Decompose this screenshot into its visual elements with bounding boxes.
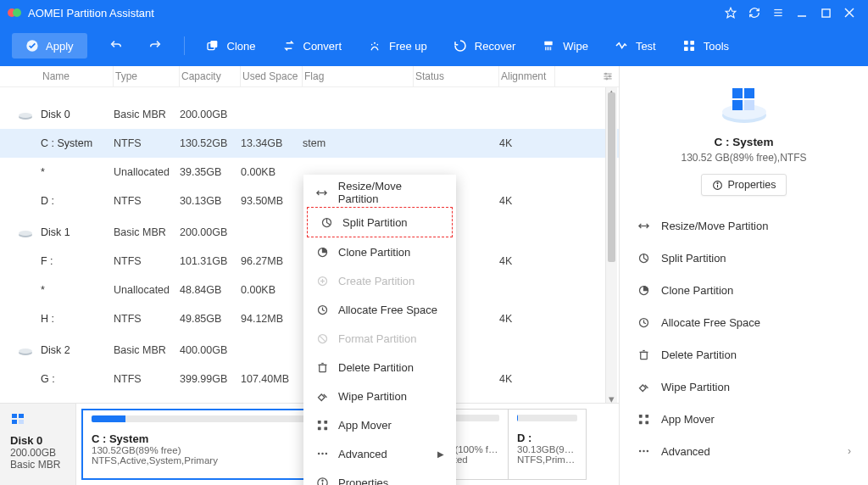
action-advanced[interactable]: Advanced› — [628, 435, 860, 467]
ctx-delete-partition[interactable]: Delete Partition — [303, 353, 456, 382]
toolbar-recover[interactable]: Recover — [451, 35, 517, 57]
col-capacity[interactable]: Capacity — [180, 66, 241, 86]
svg-rect-21 — [684, 41, 688, 45]
disk-icon — [10, 412, 69, 429]
app-logo-icon — [7, 5, 22, 20]
ctx-wipe-partition[interactable]: Wipe Partition — [303, 382, 456, 410]
disk-name: Disk 0 — [10, 434, 69, 447]
selected-partition-subtitle: 130.52 GB(89% free),NTFS — [630, 152, 858, 164]
ctx-advanced[interactable]: Advanced▶ — [303, 439, 456, 468]
action-resize-move-partition[interactable]: Resize/Move Partition — [628, 209, 860, 242]
svg-rect-66 — [744, 88, 754, 98]
free-up-icon — [367, 38, 382, 53]
svg-point-36 — [19, 348, 32, 354]
action-allocate-free-space[interactable]: Allocate Free Space — [628, 306, 860, 338]
action-wipe-partition[interactable]: Wipe Partition — [628, 371, 860, 403]
svg-point-32 — [19, 113, 32, 118]
ctx-properties[interactable]: Properties — [303, 468, 456, 485]
disk-icon — [17, 109, 41, 120]
svg-rect-65 — [732, 88, 743, 98]
disk-row[interactable]: Disk 0Basic MBR200.00GB — [0, 100, 619, 129]
ctx-split-partition[interactable]: Split Partition — [308, 208, 452, 237]
svg-rect-81 — [638, 421, 642, 424]
col-status[interactable]: Status — [414, 66, 499, 86]
toolbar-clone[interactable]: Clone — [203, 35, 258, 57]
svg-rect-45 — [319, 365, 326, 371]
properties-button[interactable]: Properties — [701, 174, 787, 196]
svg-rect-61 — [12, 420, 17, 424]
svg-point-30 — [606, 78, 608, 80]
maximize-icon[interactable] — [814, 1, 837, 25]
toolbar-convert[interactable]: Convert — [280, 35, 344, 57]
selected-partition-title: C : System — [630, 136, 858, 148]
svg-rect-50 — [324, 420, 327, 423]
disk-type: Basic MBR — [10, 459, 69, 471]
col-type[interactable]: Type — [114, 66, 180, 86]
action-split-partition[interactable]: Split Partition — [628, 242, 860, 274]
toolbar-free-up[interactable]: Free up — [365, 35, 429, 57]
undo-icon[interactable] — [106, 36, 126, 56]
col-flag[interactable]: Flag — [303, 66, 414, 86]
split-icon — [320, 215, 333, 229]
svg-point-54 — [321, 453, 324, 455]
svg-rect-52 — [324, 426, 327, 430]
toolbar-tools[interactable]: Tools — [680, 35, 731, 57]
svg-rect-60 — [19, 414, 24, 418]
resize-icon — [315, 186, 329, 199]
create-icon — [315, 274, 329, 287]
refresh-icon[interactable] — [743, 1, 766, 25]
action-clone-partition[interactable]: Clone Partition — [628, 274, 860, 306]
svg-point-58 — [321, 480, 322, 481]
ctx-app-mover[interactable]: App Mover — [303, 410, 456, 439]
col-alignment[interactable]: Alignment — [499, 66, 555, 86]
clone-icon — [637, 284, 650, 297]
svg-point-34 — [19, 231, 32, 236]
ctx-clone-partition[interactable]: Clone Partition — [303, 237, 456, 266]
format-icon — [315, 332, 329, 345]
scrollbar-thumb[interactable] — [608, 92, 615, 262]
disk-icon — [17, 344, 41, 356]
ctx-allocate-free-space[interactable]: Allocate Free Space — [303, 295, 456, 324]
apply-label: Apply — [46, 40, 74, 53]
partition-row[interactable]: C : SystemNTFS130.52GB13.34GBstem4K — [0, 129, 619, 158]
clone-icon — [315, 245, 329, 259]
action-delete-partition[interactable]: Delete Partition — [628, 338, 860, 371]
col-name[interactable]: Name — [41, 66, 114, 86]
delete-icon — [637, 348, 650, 361]
advanced-icon — [637, 447, 650, 455]
menu-icon[interactable] — [766, 1, 790, 25]
wipe-icon — [541, 38, 556, 53]
disk-size: 200.00GB — [10, 447, 69, 459]
allocate-icon — [637, 316, 650, 329]
column-settings-icon[interactable] — [602, 70, 614, 82]
svg-marker-2 — [726, 8, 736, 18]
partition-card[interactable]: D :30.13GB(99% f…NTFS,Primary — [508, 409, 587, 480]
close-icon[interactable] — [837, 1, 861, 25]
minimize-icon[interactable] — [790, 1, 814, 25]
tools-icon — [682, 38, 697, 53]
action-app-mover[interactable]: App Mover — [628, 403, 860, 435]
svg-point-29 — [609, 75, 610, 77]
titlebar: AOMEI Partition Assistant — [0, 0, 868, 25]
svg-rect-49 — [317, 420, 320, 423]
svg-rect-23 — [684, 47, 688, 51]
apply-button[interactable]: Apply — [12, 33, 87, 59]
svg-rect-12 — [210, 41, 217, 47]
svg-point-55 — [325, 453, 327, 455]
clone-icon — [205, 38, 220, 53]
test-icon — [614, 38, 629, 53]
ctx-resize-move-partition[interactable]: Resize/Move Partition — [303, 178, 456, 207]
toolbar-wipe[interactable]: Wipe — [539, 35, 590, 57]
delete-icon — [315, 360, 329, 374]
svg-rect-79 — [638, 414, 642, 417]
svg-point-84 — [643, 450, 645, 453]
disk-card[interactable]: Disk 0 200.00GB Basic MBR — [0, 404, 76, 485]
context-menu: Resize/Move PartitionSplit PartitionClon… — [303, 175, 456, 485]
star-icon[interactable] — [719, 1, 743, 25]
scrollbar[interactable]: ▴ ▾ — [605, 87, 617, 403]
svg-rect-80 — [645, 414, 648, 417]
toolbar-test[interactable]: Test — [612, 35, 658, 57]
col-used[interactable]: Used Space — [241, 66, 303, 86]
redo-icon[interactable] — [145, 36, 165, 56]
recover-icon — [453, 38, 468, 53]
